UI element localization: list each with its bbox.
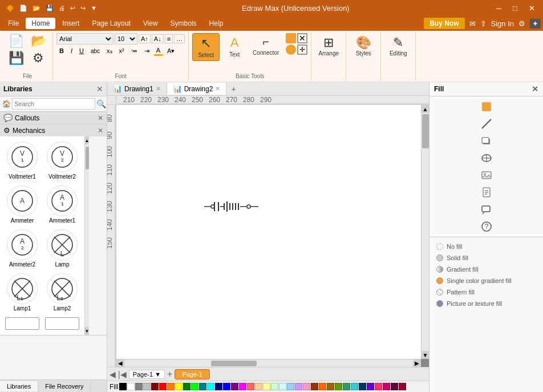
comment-tool-btn[interactable] bbox=[479, 201, 495, 217]
new-file-btn[interactable]: 📄 bbox=[6, 33, 27, 49]
canvas-viewport[interactable]: ▲ ▼ ◀ ▶ bbox=[116, 105, 429, 367]
color-swatch[interactable] bbox=[311, 383, 318, 390]
canvas-bg[interactable] bbox=[116, 105, 421, 359]
add-tab-btn[interactable]: + bbox=[226, 83, 240, 95]
color-swatch[interactable] bbox=[207, 383, 214, 390]
list-item[interactable]: V₁ Voltmeter1 bbox=[3, 140, 41, 181]
save-btn[interactable]: 💾 bbox=[44, 4, 55, 13]
shape-circle-btn[interactable] bbox=[286, 45, 296, 55]
list-item[interactable]: A₁ Ammeter1 bbox=[43, 184, 81, 225]
color-swatch[interactable] bbox=[367, 383, 374, 390]
superscript-btn[interactable]: x² bbox=[116, 46, 127, 55]
fill-tool-btn[interactable] bbox=[479, 99, 495, 115]
list-item[interactable]: L Lamp bbox=[43, 228, 81, 269]
styles-btn[interactable]: 🎨 Styles bbox=[350, 33, 377, 59]
settings-icon[interactable]: ⚙ bbox=[518, 19, 525, 28]
menu-home[interactable]: Home bbox=[26, 18, 55, 29]
color-swatch[interactable] bbox=[279, 383, 286, 390]
drawing1-close-icon[interactable]: ✕ bbox=[156, 85, 161, 92]
canvas-vscrollbar[interactable]: ▲ ▼ bbox=[421, 105, 429, 359]
font-size-decrease-btn[interactable]: A↓ bbox=[152, 34, 164, 43]
color-swatch[interactable] bbox=[391, 383, 398, 390]
print-btn[interactable]: 🖨 bbox=[57, 4, 67, 12]
color-swatch[interactable] bbox=[399, 383, 406, 390]
color-swatch[interactable] bbox=[335, 383, 342, 390]
format-more-btn[interactable]: … bbox=[174, 34, 185, 43]
color-swatch[interactable] bbox=[191, 383, 198, 390]
list-item[interactable]: L₂ Lamp2 bbox=[43, 272, 81, 313]
menu-insert[interactable]: Insert bbox=[56, 18, 85, 29]
text-color-btn[interactable]: A▾ bbox=[164, 46, 177, 56]
color-swatch[interactable] bbox=[239, 383, 246, 390]
page-dropdown[interactable]: Page-1 ▼ bbox=[129, 370, 165, 379]
page-first-btn[interactable]: |◀ bbox=[118, 370, 127, 379]
color-swatch[interactable] bbox=[215, 383, 222, 390]
open-btn[interactable]: 📂 bbox=[31, 4, 42, 13]
tab-drawing1[interactable]: 📊 Drawing1 ✕ bbox=[107, 83, 167, 95]
color-swatch[interactable] bbox=[271, 383, 278, 390]
share-icon[interactable]: ⇪ bbox=[480, 19, 487, 28]
libraries-search-input[interactable] bbox=[12, 98, 95, 110]
color-swatch[interactable] bbox=[223, 383, 230, 390]
color-swatch[interactable] bbox=[247, 383, 254, 390]
gradient-fill-option[interactable]: Gradient fill bbox=[434, 264, 538, 275]
page-1-tab[interactable]: Page-1 bbox=[175, 369, 209, 379]
font-size-increase-btn[interactable]: A↑ bbox=[139, 34, 151, 43]
shadow-tool-btn[interactable] bbox=[479, 133, 495, 149]
color-swatch[interactable] bbox=[343, 383, 350, 390]
hscroll-left-btn[interactable]: ◀ bbox=[116, 359, 124, 367]
vscroll-up-btn[interactable]: ▲ bbox=[422, 105, 429, 113]
font-family-select[interactable]: Arial bbox=[56, 33, 114, 45]
canvas-hscrollbar[interactable]: ◀ ▶ bbox=[116, 359, 421, 367]
shape-plus-btn[interactable]: ✛ bbox=[297, 45, 307, 55]
color-swatch[interactable] bbox=[359, 383, 366, 390]
color-swatch[interactable] bbox=[143, 383, 151, 390]
color-fill-btn[interactable]: A bbox=[153, 46, 163, 56]
image-tool-btn[interactable] bbox=[479, 167, 495, 183]
list-item[interactable]: V₂ Voltmeter2 bbox=[43, 140, 81, 181]
shape-rect-btn[interactable] bbox=[286, 33, 296, 43]
maximize-btn[interactable]: □ bbox=[509, 3, 521, 14]
single-color-fill-option[interactable]: Single color gradient fill bbox=[434, 275, 538, 286]
select-tool-btn[interactable]: ↖ Select bbox=[192, 33, 220, 61]
color-swatch[interactable] bbox=[167, 383, 175, 390]
search-icon[interactable]: 🔍 bbox=[96, 99, 106, 108]
color-swatch[interactable] bbox=[119, 383, 127, 390]
list-btn[interactable]: ≔ bbox=[128, 46, 140, 56]
open-file-btn[interactable]: 📂 bbox=[28, 33, 49, 49]
new-btn[interactable]: 📄 bbox=[18, 4, 29, 13]
help-tool-btn[interactable]: ? bbox=[479, 219, 495, 235]
align-btn[interactable]: ≡ bbox=[165, 34, 173, 43]
bold-btn[interactable]: B bbox=[56, 46, 67, 55]
picture-fill-option[interactable]: Picture or texture fill bbox=[434, 298, 538, 309]
menu-file[interactable]: File bbox=[2, 18, 25, 29]
color-swatch[interactable] bbox=[327, 383, 334, 390]
color-swatch[interactable] bbox=[319, 383, 326, 390]
indent-btn[interactable]: ⇥ bbox=[141, 46, 152, 56]
document-tool-btn[interactable] bbox=[479, 184, 495, 200]
redo-btn[interactable]: ↪ bbox=[79, 4, 87, 13]
strikethrough-btn[interactable]: abc bbox=[88, 47, 103, 55]
menu-page-layout[interactable]: Page Layout bbox=[86, 18, 136, 29]
settings-btn[interactable]: ⚙ bbox=[28, 50, 48, 66]
menu-symbols[interactable]: Symbols bbox=[165, 18, 202, 29]
color-swatch[interactable] bbox=[351, 383, 358, 390]
color-swatch[interactable] bbox=[295, 383, 302, 390]
list-item[interactable] bbox=[3, 316, 41, 332]
editing-btn[interactable]: ✎ Editing bbox=[384, 33, 412, 59]
effects-tool-btn[interactable] bbox=[479, 150, 495, 166]
menu-view[interactable]: View bbox=[137, 18, 164, 29]
libraries-close-btn[interactable]: ✕ bbox=[96, 84, 103, 94]
list-item[interactable] bbox=[43, 316, 81, 332]
list-item[interactable]: L₁ Lamp1 bbox=[3, 272, 41, 313]
fill-panel-close-btn[interactable]: ✕ bbox=[532, 84, 538, 94]
page-prev-btn[interactable]: ◀ bbox=[110, 370, 116, 379]
drawing2-close-icon[interactable]: ✕ bbox=[215, 85, 220, 92]
color-swatch[interactable] bbox=[255, 383, 262, 390]
text-tool-btn[interactable]: A Text bbox=[221, 33, 248, 60]
close-btn[interactable]: ✕ bbox=[525, 3, 538, 14]
no-fill-option[interactable]: No fill bbox=[434, 241, 538, 252]
file-recovery-tab[interactable]: File Recovery bbox=[38, 381, 91, 391]
email-icon[interactable]: ✉ bbox=[469, 19, 476, 28]
undo-btn[interactable]: ↩ bbox=[68, 4, 77, 13]
